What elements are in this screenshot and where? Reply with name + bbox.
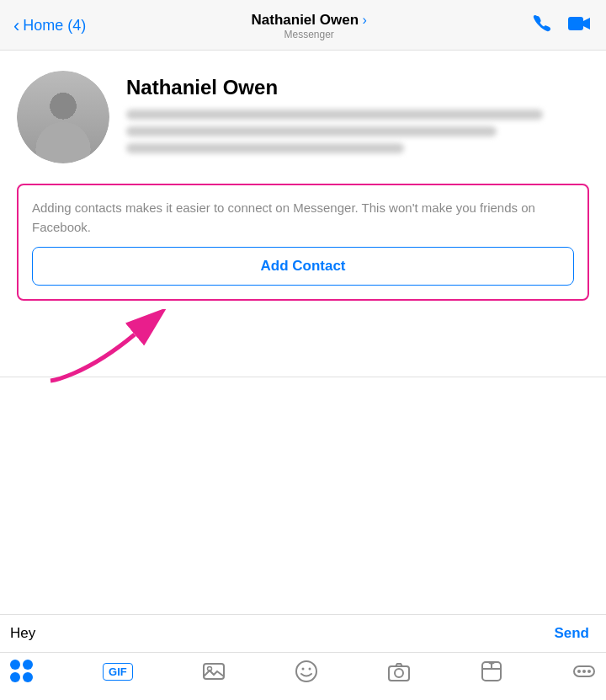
sticker-button[interactable] [480,660,503,683]
svg-point-14 [582,670,586,673]
more-button[interactable] [572,660,596,683]
nav-title[interactable]: Nathaniel Owen › Messenger [252,12,367,40]
profile-detail-3 [126,143,404,153]
avatar-image [17,71,109,163]
camera-button[interactable] [387,660,411,683]
annotation-arrow [34,309,202,385]
phone-icon[interactable] [532,13,554,40]
svg-point-4 [296,661,316,681]
nav-contact-name: Nathaniel Owen › [252,12,367,29]
svg-rect-0 [568,17,583,30]
emoji-button[interactable] [295,660,318,683]
profile-section: Nathaniel Owen [0,51,606,177]
svg-point-8 [395,669,403,677]
video-icon[interactable] [567,14,593,38]
back-label: Home (4) [23,17,86,35]
nav-subtitle: Messenger [252,29,367,40]
nav-chevron-icon: › [363,13,367,27]
nav-actions [532,13,593,40]
contact-box-container: Adding contacts makes it easier to conne… [0,184,606,301]
svg-point-5 [301,668,304,671]
svg-point-6 [308,668,311,671]
svg-rect-2 [204,664,224,679]
contact-box-description: Adding contacts makes it easier to conne… [32,199,574,237]
contact-box: Adding contacts makes it easier to conne… [17,184,589,301]
people-icon-button[interactable] [10,660,34,683]
send-button[interactable]: Send [547,622,596,645]
text-input-row: Send [0,615,606,653]
add-contact-button[interactable]: Add Contact [32,247,574,286]
avatar [17,71,109,163]
toolbar-row: GIF [0,653,606,700]
gif-button[interactable]: GIF [103,663,133,681]
nav-name-text: Nathaniel Owen [252,12,359,28]
profile-name: Nathaniel Owen [126,76,589,99]
back-chevron-icon: ‹ [13,15,19,37]
photo-button[interactable] [202,660,226,683]
back-button[interactable]: ‹ Home (4) [13,15,86,37]
navigation-bar: ‹ Home (4) Nathaniel Owen › Messenger [0,0,606,51]
arrow-annotation [0,309,606,377]
message-input[interactable] [10,625,540,642]
profile-info: Nathaniel Owen [126,71,589,163]
input-area: Send GIF [0,614,606,700]
svg-point-13 [577,670,581,673]
svg-point-15 [587,670,591,673]
profile-detail-1 [126,110,543,120]
profile-detail-2 [126,126,497,136]
